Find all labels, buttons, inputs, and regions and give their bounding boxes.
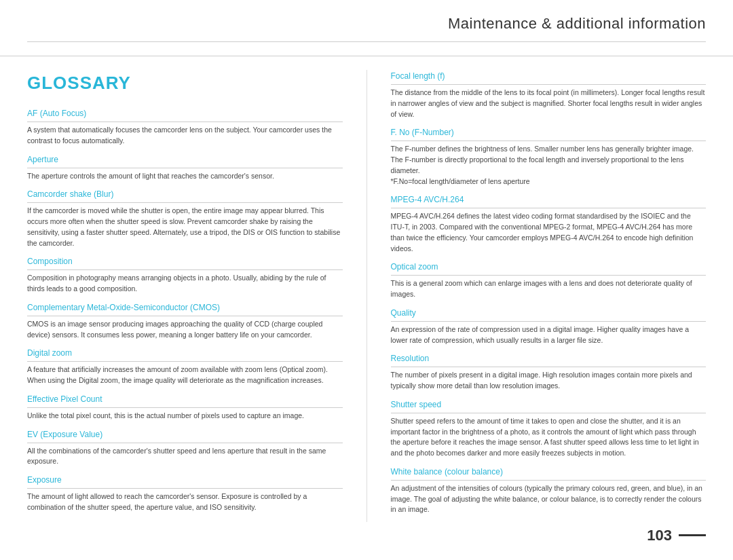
term-body: An adjustment of the intensities of colo… <box>391 483 707 515</box>
term-heading: Aperture <box>27 153 343 168</box>
term-section: AF (Auto Focus)A system that automatical… <box>27 107 343 147</box>
term-body: This is a general zoom which can enlarge… <box>391 278 707 300</box>
term-body: A system that automatically focuses the … <box>27 125 343 147</box>
term-section: Complementary Metal-Oxide-Semiconductor … <box>27 301 343 341</box>
left-terms: AF (Auto Focus)A system that automatical… <box>27 107 343 513</box>
term-heading: Composition <box>27 255 343 270</box>
term-body: If the camcorder is moved while the shut… <box>27 206 343 248</box>
term-heading: Camcorder shake (Blur) <box>27 188 343 203</box>
term-heading: Complementary Metal-Oxide-Semiconductor … <box>27 301 343 316</box>
term-body: A feature that artificially increases th… <box>27 365 343 386</box>
page-number-area: 103 <box>647 524 706 546</box>
page-title: Maintenance & additional information <box>448 15 706 32</box>
term-heading: Shutter speed <box>391 398 707 413</box>
term-heading: White balance (colour balance) <box>391 466 707 481</box>
term-section: QualityAn expression of the rate of comp… <box>391 307 707 346</box>
term-section: Optical zoomThis is a general zoom which… <box>391 261 707 300</box>
term-body: The amount of light allowed to reach the… <box>27 491 343 513</box>
term-body: All the combinations of the camcorder's … <box>27 446 343 468</box>
term-heading: MPEG-4 AVC/H.264 <box>391 193 707 208</box>
term-body: MPEG-4 AVC/H.264 defines the latest vide… <box>391 211 707 254</box>
term-section: White balance (colour balance)An adjustm… <box>391 466 707 515</box>
main-content: GLOSSARY AF (Auto Focus)A system that au… <box>0 56 733 536</box>
term-body: Unlike the total pixel count, this is th… <box>27 411 343 422</box>
left-column: GLOSSARY AF (Auto Focus)A system that au… <box>27 70 343 522</box>
term-body: Shutter speed refers to the amount of ti… <box>391 416 707 459</box>
term-body: CMOS is an image sensor producing images… <box>27 319 343 341</box>
page-number-line <box>679 534 706 536</box>
glossary-title: GLOSSARY <box>27 70 343 96</box>
page: Maintenance & additional information GLO… <box>0 0 733 560</box>
term-heading: AF (Auto Focus) <box>27 107 343 122</box>
term-section: CompositionComposition in photography me… <box>27 255 343 295</box>
term-body: An expression of the rate of compression… <box>391 324 707 346</box>
term-body: The aperture controls the amount of ligh… <box>27 171 343 182</box>
term-section: Camcorder shake (Blur)If the camcorder i… <box>27 188 343 248</box>
term-heading: Resolution <box>391 352 707 367</box>
term-heading: EV (Exposure Value) <box>27 428 343 443</box>
term-heading: Quality <box>391 307 707 322</box>
term-heading: F. No (F-Number) <box>391 126 707 141</box>
page-header: Maintenance & additional information <box>0 0 733 56</box>
right-column: Focal length (f)The distance from the mi… <box>391 70 707 522</box>
term-heading: Effective Pixel Count <box>27 393 343 408</box>
term-section: ExposureThe amount of light allowed to r… <box>27 474 343 513</box>
term-section: EV (Exposure Value)All the combinations … <box>27 428 343 468</box>
term-body: The F-number defines the brightness of l… <box>391 144 707 187</box>
term-section: ApertureThe aperture controls the amount… <box>27 153 343 182</box>
page-number: 103 <box>647 524 672 546</box>
term-heading: Digital zoom <box>27 347 343 362</box>
term-heading: Exposure <box>27 474 343 489</box>
header-divider <box>27 41 706 42</box>
term-body: The distance from the middle of the lens… <box>391 88 707 119</box>
term-section: Effective Pixel CountUnlike the total pi… <box>27 393 343 422</box>
term-section: ResolutionThe number of pixels present i… <box>391 352 707 392</box>
term-body: The number of pixels present in a digita… <box>391 370 707 392</box>
column-separator <box>366 70 367 522</box>
term-section: Focal length (f)The distance from the mi… <box>391 70 707 119</box>
term-body: Composition in photography means arrangi… <box>27 273 343 295</box>
right-terms: Focal length (f)The distance from the mi… <box>391 70 707 515</box>
term-heading: Optical zoom <box>391 261 707 276</box>
term-section: Digital zoomA feature that artificially … <box>27 347 343 386</box>
term-section: MPEG-4 AVC/H.264MPEG-4 AVC/H.264 defines… <box>391 193 707 254</box>
term-heading: Focal length (f) <box>391 70 707 85</box>
term-section: F. No (F-Number)The F-number defines the… <box>391 126 707 187</box>
term-section: Shutter speedShutter speed refers to the… <box>391 398 707 459</box>
